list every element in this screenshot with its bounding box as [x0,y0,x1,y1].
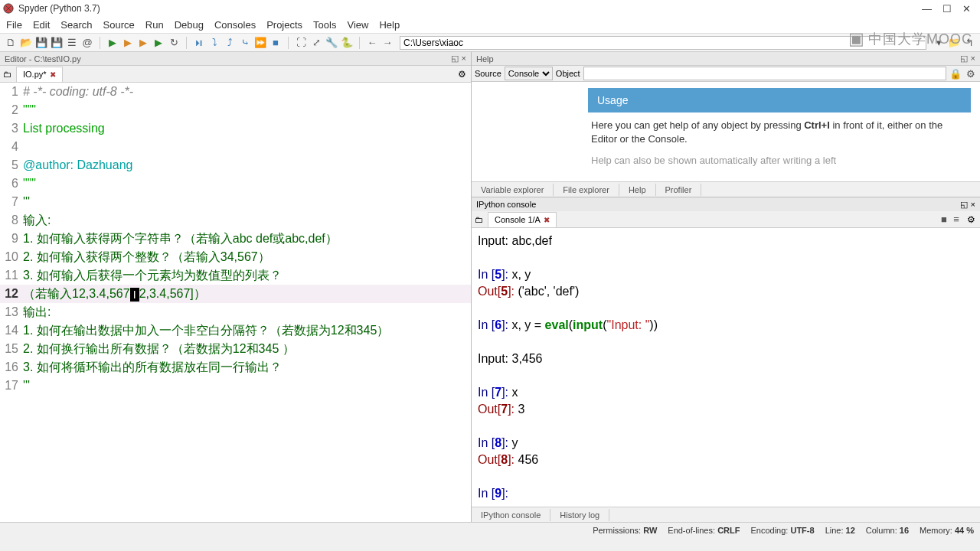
help-options-icon[interactable]: ⚙ [965,67,977,80]
back-icon[interactable]: ← [366,37,378,49]
editor-tab[interactable]: IO.py* ✖ [16,67,63,82]
titlebar: Spyder (Python 3.7) — ☐ ✕ [0,0,980,17]
step-into-icon[interactable]: ⤴ [224,37,236,49]
tab-history-log[interactable]: History log [550,509,609,521]
undock-help-icon[interactable]: ◱ [960,54,968,64]
mooc-watermark: ▣ 中国大学MOOC [848,29,972,49]
undock-icon[interactable]: ◱ [451,54,459,64]
list-icon[interactable]: ☰ [66,37,78,49]
maximize-button[interactable]: ☐ [942,3,952,15]
menubar: File Edit Search Source Run Debug Consol… [0,17,980,34]
menu-file[interactable]: File [6,19,22,31]
help-pane-tabs: Variable explorer File explorer Help Pro… [472,181,980,197]
code-editor[interactable]: 1# -*- coding: utf-8 -*- 2""" 3List proc… [0,83,471,522]
maximize-pane-icon[interactable]: ⛶ [295,37,307,49]
editor-options-icon[interactable]: ⚙ [453,69,471,80]
help-content: Usage Here you can get help of any objec… [472,82,980,181]
editor-pane-title: Editor - C:\test\IO.py [5,54,81,64]
run-cell-advance-icon[interactable]: ▶ [137,37,149,49]
step-out-icon[interactable]: ⤷ [239,37,251,49]
help-source-select[interactable]: Console [505,67,553,80]
console-output[interactable]: Input: abc,def In [5]: x, y Out[5]: ('ab… [472,228,980,507]
help-pane-title: Help [476,54,494,64]
forward-icon[interactable]: → [381,37,394,49]
stop-console-icon[interactable]: ■ [938,214,950,226]
new-file-icon[interactable]: 🗋 [5,37,17,49]
usage-header: Usage [588,88,971,112]
lock-icon[interactable]: 🔒 [949,67,962,80]
menu-search[interactable]: Search [60,19,92,31]
close-button[interactable]: ✕ [962,3,971,15]
python-path-icon[interactable]: 🐍 [341,37,353,49]
undock-console-icon[interactable]: ◱ [960,200,968,210]
help-object-input[interactable] [583,67,946,80]
save-all-icon[interactable]: 💾 [51,37,63,49]
menu-edit[interactable]: Edit [33,19,50,31]
menu-debug[interactable]: Debug [175,19,204,31]
console-browser-icon[interactable]: 🗀 [472,215,486,224]
close-pane-icon[interactable]: × [462,54,466,64]
console-pane-tabs: IPython console History log [472,507,980,522]
minimize-button[interactable]: — [922,3,932,15]
stop-debug-icon[interactable]: ■ [270,37,282,49]
run-selection-icon[interactable]: ▶ [152,37,165,49]
tab-ipython-console[interactable]: IPython console [472,509,550,521]
tab-file-explorer[interactable]: File explorer [554,184,619,196]
working-dir-input[interactable] [400,36,926,50]
menu-consoles[interactable]: Consoles [214,19,256,31]
close-console-tab-icon[interactable]: ✖ [544,216,550,224]
run-icon[interactable]: ▶ [106,37,119,49]
preferences-icon[interactable]: 🔧 [325,37,338,49]
menu-view[interactable]: View [347,19,368,31]
close-help-icon[interactable]: × [971,54,975,64]
console-options-icon[interactable]: ≡ [950,214,962,226]
tab-variable-explorer[interactable]: Variable explorer [472,184,554,196]
save-icon[interactable]: 💾 [35,37,47,49]
at-icon[interactable]: @ [81,37,93,49]
open-file-icon[interactable]: 📂 [20,37,32,49]
close-console-icon[interactable]: × [971,200,975,210]
rerun-icon[interactable]: ↻ [168,37,180,49]
tab-profiler[interactable]: Profiler [656,184,702,196]
toolbar: 🗋 📂 💾 💾 ☰ @ ▶ ▶ ▶ ▶ ↻ ⏯ ⤵ ⤴ ⤷ ⏩ ■ ⛶ ⤢ 🔧 … [0,34,980,52]
run-cell-icon[interactable]: ▶ [122,37,134,49]
tab-help[interactable]: Help [619,184,656,196]
debug-icon[interactable]: ⏯ [193,37,205,49]
step-over-icon[interactable]: ⤵ [208,37,220,49]
file-browser-icon[interactable]: 🗀 [0,70,15,79]
menu-help[interactable]: Help [379,19,400,31]
console-pane-title: IPython console [476,200,536,209]
console-tab[interactable]: Console 1/A ✖ [488,212,557,227]
spyder-icon [3,3,14,14]
menu-projects[interactable]: Projects [266,19,302,31]
menu-run[interactable]: Run [145,19,164,31]
window-title: Spyder (Python 3.7) [18,3,922,14]
close-tab-icon[interactable]: ✖ [50,70,56,79]
fullscreen-icon[interactable]: ⤢ [310,37,322,49]
menu-tools[interactable]: Tools [313,19,336,31]
statusbar: Permissions: RW End-of-lines: CRLF Encod… [0,522,980,537]
continue-icon[interactable]: ⏩ [254,37,266,49]
console-gear-icon[interactable]: ⚙ [962,214,980,225]
menu-source[interactable]: Source [103,19,135,31]
